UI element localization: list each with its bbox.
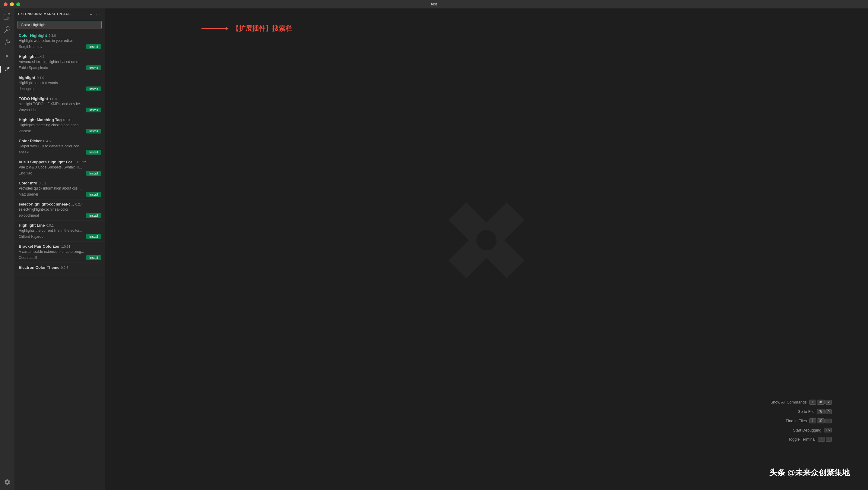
shortcuts-container: Show All Commands⇧⌘PGo to File⌘PFind in … [758,400,832,442]
extension-description: highlight TODOs, FIXMEs, and any ke... [19,102,101,106]
kbd-key: ⌃ [818,437,825,442]
install-button[interactable]: Install [86,87,101,91]
filter-icon[interactable]: ≡ [89,10,94,17]
kbd-key: ⌘ [817,409,825,414]
extension-item[interactable]: Electron Color Theme0.2.5 [14,263,105,275]
explorer-activity-icon[interactable] [2,11,13,22]
extension-version: 1.0.22 [76,160,86,164]
kbd-key: ⇧ [809,400,816,405]
extension-item[interactable]: Color Picker0.4.5Helper with GUI to gene… [14,136,105,157]
header-actions: ≡ ··· [89,10,101,17]
extension-description: A customizable extension for colorizing.… [19,250,101,254]
kbd-key: ` [826,437,832,442]
sidebar-header: EXTENSIONS: MARKETPLACE ≡ ··· [14,8,105,19]
extension-author: CoenraadS [19,256,37,260]
extension-name: Color Highlight [19,33,47,38]
extension-version: 1.0.4 [50,97,57,101]
extensions-activity-icon[interactable] [2,64,13,75]
install-button[interactable]: Install [86,129,101,133]
extension-item[interactable]: Highlight Matching Tag0.10.0Highlights m… [14,115,105,136]
annotation-text: 【扩展插件】搜索栏 [232,24,292,33]
extension-version: 1.4.1 [37,55,44,59]
settings-activity-icon[interactable] [2,477,13,488]
search-activity-icon[interactable] [2,24,13,35]
shortcut-label: Start Debugging [773,428,821,432]
kbd-group: ⌃` [818,437,832,442]
search-input[interactable] [18,21,102,29]
sidebar: EXTENSIONS: MARKETPLACE ≡ ··· Color High… [14,8,105,490]
close-button[interactable] [4,2,7,6]
extension-description: Helper with GUI to generate color cod... [19,144,101,148]
install-button[interactable]: Install [86,171,101,176]
shortcut-label: Find in Files [758,419,807,423]
extension-item[interactable]: Highlight Line0.0.1Highlights the curren… [14,221,105,242]
extension-author: Sergii Naumov [19,44,42,49]
extension-author: Matt Bierner [19,192,38,196]
install-button[interactable]: Install [86,192,101,197]
extension-name: Highlight Matching Tag [19,118,62,122]
extension-description: Advanced text highlighter based on re... [19,60,101,64]
source-control-activity-icon[interactable] [2,37,13,48]
extension-author: Fabio Spampinato [19,66,48,70]
extension-description: select-highlight-cochineal-color [19,207,101,211]
titlebar: test [0,0,868,8]
install-button[interactable]: Install [86,234,101,239]
more-actions-icon[interactable]: ··· [95,10,101,17]
activity-bar [0,8,14,490]
minimize-button[interactable] [10,2,14,6]
extension-author: ebicochineal [19,214,39,218]
extension-name: Highlight [19,54,36,59]
main-content: 【扩展插件】搜索栏 Show All Commands⇧⌘PGo to File… [105,8,868,490]
extension-name: Vue 3 Snippets Highlight For... [19,160,75,164]
extension-item[interactable]: highlight0.1.0Highlight selected wordsde… [14,73,105,94]
shortcut-row: Show All Commands⇧⌘P [758,400,832,405]
extension-item[interactable]: select-highlight-cochineal-c...0.2.4sele… [14,199,105,221]
shortcut-label: Toggle Terminal [767,437,815,442]
kbd-key: F [826,419,832,423]
install-button[interactable]: Install [86,44,101,49]
extension-version: 0.1.0 [37,76,44,79]
sidebar-title: EXTENSIONS: MARKETPLACE [18,12,71,16]
extension-author: Wayou Liu [19,108,36,112]
kbd-key: ⇧ [809,418,816,423]
kbd-key: ⌘ [817,400,825,405]
maximize-button[interactable] [16,2,20,6]
extension-item[interactable]: TODO Highlight1.0.4highlight TODOs, FIXM… [14,94,105,115]
shortcut-row: Start DebuggingF5 [758,428,832,432]
shortcut-label: Show All Commands [758,400,807,404]
run-activity-icon[interactable] [2,51,13,62]
kbd-group: ⇧⌘F [809,418,832,423]
shortcut-row: Find in Files⇧⌘F [758,418,832,423]
extension-name: Electron Color Theme [19,265,59,270]
extension-item[interactable]: Color Highlight2.3.0Highlight web colors… [14,31,105,52]
install-button[interactable]: Install [86,107,101,112]
extension-item[interactable]: Color Info0.5.1Provides quick informatio… [14,178,105,199]
extension-author: Clifford Fajardo [19,234,43,239]
extension-description: Highlights the current line in the edito… [19,228,101,233]
extension-item[interactable]: Highlight1.4.1Advanced text highlighter … [14,52,105,73]
window-title: test [431,2,437,6]
extension-item[interactable]: Vue 3 Snippets Highlight For...1.0.22Vue… [14,157,105,178]
extension-description: Vue 2 && 3 Code Snippets, Syntax Hi... [19,165,101,169]
install-button[interactable]: Install [86,150,101,155]
extension-author: debugpig [19,87,33,91]
shortcut-label: Go to File [766,409,815,414]
kbd-group: ⌘P [817,409,832,414]
vscode-watermark [444,198,529,283]
install-button[interactable]: Install [86,255,101,260]
install-button[interactable]: Install [86,213,101,218]
extension-version: 0.10.0 [63,118,73,122]
shortcut-row: Go to File⌘P [758,409,832,414]
extension-version: 1.0.61 [61,245,70,248]
main-layout: EXTENSIONS: MARKETPLACE ≡ ··· Color High… [0,8,868,490]
extension-version: 2.3.0 [49,34,56,37]
bottom-watermark: 头条 @未来众创聚集地 [769,467,850,478]
extension-name: Color Info [19,181,37,185]
extension-author: vincaslt [19,129,31,133]
install-button[interactable]: Install [86,65,101,70]
kbd-group: F5 [824,428,832,432]
extension-item[interactable]: Bracket Pair Colorizer1.0.61A customizab… [14,242,105,263]
extension-version: 0.5.1 [39,182,46,185]
extension-name: Color Picker [19,139,42,143]
extension-version: 0.2.4 [75,202,83,206]
